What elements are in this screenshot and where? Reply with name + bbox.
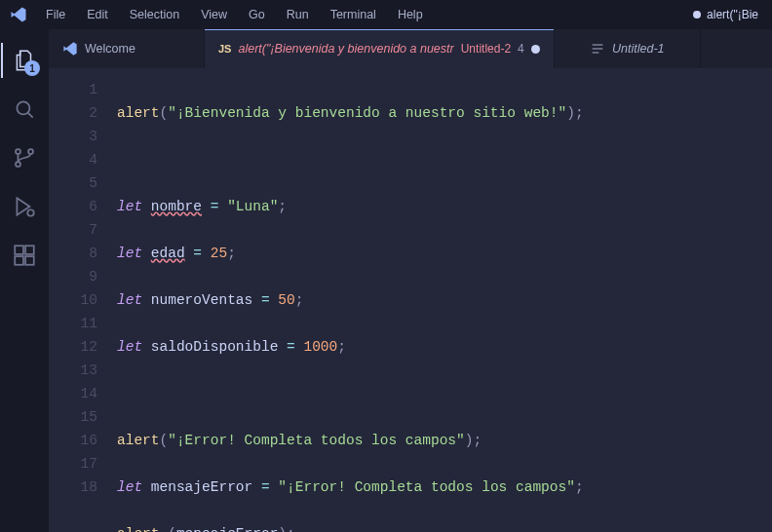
extensions-icon: [12, 243, 37, 268]
tab-active-title: alert("¡Bienvenida y bienvenido a nuestr: [238, 42, 453, 56]
dirty-dot-icon: [693, 11, 701, 19]
editor-tabs: Welcome JS alert("¡Bienvenida y bienveni…: [49, 29, 772, 68]
menu-terminal[interactable]: Terminal: [322, 4, 385, 25]
line-gutter: 123 456 789 101112 131415 161718: [49, 68, 117, 532]
svg-rect-8: [25, 246, 34, 254]
svg-point-0: [17, 101, 29, 114]
tab-welcome[interactable]: Welcome: [49, 29, 205, 68]
tab-active-js[interactable]: JS alert("¡Bienvenida y bienvenido a nue…: [205, 29, 555, 68]
search-icon: [12, 96, 37, 122]
activity-explorer[interactable]: 1: [1, 37, 48, 84]
svg-point-2: [16, 162, 20, 167]
svg-point-3: [28, 149, 33, 154]
menubar: File Edit Selection View Go Run Terminal…: [0, 0, 772, 29]
tab-welcome-label: Welcome: [85, 42, 135, 56]
window-title-text: alert("¡Bie: [707, 8, 758, 21]
explorer-badge: 1: [24, 60, 40, 76]
code-editor[interactable]: 123 456 789 101112 131415 161718 alert("…: [49, 68, 772, 532]
menu-help[interactable]: Help: [389, 4, 432, 25]
dirty-indicator-icon: [531, 45, 540, 54]
window-title: alert("¡Bie: [693, 8, 764, 21]
tab-active-count: 4: [518, 42, 524, 56]
editor-area: Welcome JS alert("¡Bienvenida y bienveni…: [49, 29, 772, 532]
activity-extensions[interactable]: [1, 232, 48, 279]
tab-active-suffix: Untitled-2: [461, 42, 511, 56]
tab-untitled-1[interactable]: Untitled-1: [555, 29, 701, 68]
svg-rect-6: [15, 256, 23, 265]
js-filetype-icon: JS: [218, 43, 231, 55]
svg-point-1: [16, 149, 20, 154]
svg-rect-5: [15, 246, 23, 254]
menu-go[interactable]: Go: [240, 4, 274, 25]
menu-view[interactable]: View: [192, 4, 236, 25]
vscode-logo-icon: [10, 6, 27, 23]
code-content[interactable]: alert("¡Bienvenida y bienvenido a nuestr…: [117, 68, 772, 532]
activity-search[interactable]: [1, 86, 48, 133]
menu-file[interactable]: File: [37, 4, 74, 25]
menu-edit[interactable]: Edit: [78, 4, 117, 25]
vscode-icon: [62, 41, 78, 57]
menu-selection[interactable]: Selection: [121, 4, 188, 25]
activity-bar: 1: [0, 29, 49, 532]
svg-point-4: [27, 209, 34, 216]
menu-run[interactable]: Run: [278, 4, 318, 25]
text-lines-icon: [590, 41, 605, 57]
activity-source-control[interactable]: [1, 134, 48, 181]
activity-run-debug[interactable]: [1, 183, 48, 230]
svg-rect-7: [25, 256, 34, 265]
play-bug-icon: [12, 194, 37, 219]
tab-untitled-label: Untitled-1: [612, 42, 665, 56]
branch-icon: [12, 145, 37, 171]
